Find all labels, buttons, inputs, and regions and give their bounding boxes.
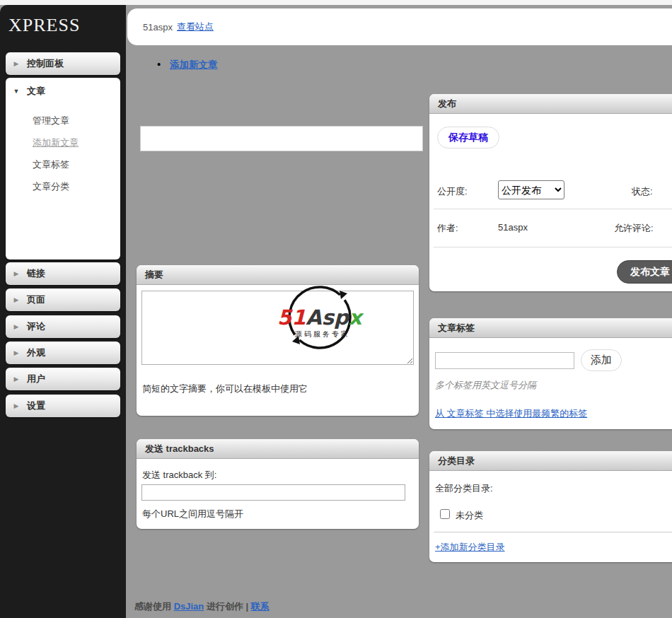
chevron-right-icon: ▶ xyxy=(6,270,27,277)
author-value: 51aspx xyxy=(498,222,528,233)
sidebar-subitem-post-tags[interactable]: 文章标签 xyxy=(33,158,79,171)
sidebar-item-label: 用户 xyxy=(27,373,45,385)
site-name: 51aspx xyxy=(143,22,173,33)
divider xyxy=(434,209,672,209)
sidebar-item-comments[interactable]: ▶ 评论 xyxy=(6,315,120,338)
visibility-label: 公开度: xyxy=(437,185,468,198)
breadcrumb: • 添加新文章 xyxy=(157,58,218,71)
view-site-link[interactable]: 查看站点 xyxy=(177,21,214,33)
publish-button[interactable]: 发布文章 xyxy=(617,260,672,284)
tags-panel-title: 文章标签 xyxy=(429,318,672,338)
sidebar-item-label: 控制面板 xyxy=(27,57,64,70)
categories-panel-title: 分类目录 xyxy=(429,451,672,471)
add-new-category-link[interactable]: +添加新分类目录 xyxy=(435,541,505,554)
chevron-right-icon: ▶ xyxy=(6,323,27,330)
posts-submenu: 管理文章 添加新文章 文章标签 文章分类 xyxy=(33,115,79,202)
divider xyxy=(434,247,672,247)
tags-help-text: 多个标签用英文逗号分隔 xyxy=(435,379,536,392)
footer-middle: 进行创作 | xyxy=(204,601,250,612)
footer-prefix: 感谢使用 xyxy=(134,601,174,612)
chevron-right-icon: ▶ xyxy=(6,349,27,356)
tags-panel: 文章标签 添加 多个标签用英文逗号分隔 从 文章标签 中选择使用最频繁的标签 xyxy=(429,318,672,429)
excerpt-panel: 摘要 51Aspx 源码服务专家 简短的文字摘要，你可以在模板中使用它 xyxy=(137,265,419,416)
allow-comments-label: 允许评论: xyxy=(614,222,654,235)
all-categories-label: 全部分类目录: xyxy=(435,482,493,495)
author-label: 作者: xyxy=(437,222,458,235)
trackbacks-panel-title: 发送 trackbacks xyxy=(137,439,419,459)
trackback-help-text: 每个URL之间用逗号隔开 xyxy=(142,508,243,520)
status-label: 状态: xyxy=(632,185,653,198)
dsjian-link[interactable]: DsJian xyxy=(174,601,204,612)
sidebar-item-pages[interactable]: ▶ 页面 xyxy=(6,288,120,311)
sidebar-item-users[interactable]: ▶ 用户 xyxy=(6,368,120,390)
chevron-right-icon: ▶ xyxy=(6,402,27,409)
tag-input[interactable] xyxy=(435,352,574,369)
sidebar-item-appearance[interactable]: ▶ 外观 xyxy=(6,342,120,364)
footer: 感谢使用 DsJian 进行创作 | 联系 xyxy=(134,600,270,613)
category-checkbox-uncategorized[interactable] xyxy=(440,509,450,519)
sidebar-item-links[interactable]: ▶ 链接 xyxy=(6,262,120,285)
sidebar-section-posts: ▼ 文章 管理文章 添加新文章 文章标签 文章分类 xyxy=(6,78,120,260)
divider xyxy=(434,532,672,532)
choose-frequent-tags-link[interactable]: 从 文章标签 中选择使用最频繁的标签 xyxy=(435,407,587,420)
sidebar-item-label: 链接 xyxy=(27,267,45,280)
sidebar-item-label: 设置 xyxy=(27,400,45,412)
chevron-down-icon: ▼ xyxy=(6,88,27,95)
sidebar-subitem-add-new-post[interactable]: 添加新文章 xyxy=(33,136,79,149)
sidebar-subitem-post-categories[interactable]: 文章分类 xyxy=(33,180,79,193)
publish-panel: 发布 保存草稿 公开度: 公开发布 状态: 作者: 51aspx 允许评论: 发… xyxy=(429,94,672,291)
add-new-post-link[interactable]: 添加新文章 xyxy=(170,59,218,70)
sidebar: XPRESS ▶ 控制面板 ▼ 文章 管理文章 添加新文章 文章标签 文章分类 … xyxy=(0,5,126,618)
category-item-label: 未分类 xyxy=(456,509,483,522)
sidebar-subitem-manage-posts[interactable]: 管理文章 xyxy=(33,115,79,127)
top-strip xyxy=(0,0,672,5)
sidebar-item-label: 文章 xyxy=(27,85,45,98)
excerpt-help-text: 简短的文字摘要，你可以在模板中使用它 xyxy=(142,383,308,395)
admin-screen: XPRESS ▶ 控制面板 ▼ 文章 管理文章 添加新文章 文章标签 文章分类 … xyxy=(0,0,672,618)
chevron-right-icon: ▶ xyxy=(6,375,27,383)
topbar: 51aspx 查看站点 xyxy=(127,8,672,45)
save-draft-button[interactable]: 保存草稿 xyxy=(437,127,499,148)
sidebar-item-dashboard[interactable]: ▶ 控制面板 xyxy=(6,52,120,75)
trackback-send-to-label: 发送 trackback 到: xyxy=(142,469,216,482)
categories-panel: 分类目录 全部分类目录: 未分类 +添加新分类目录 xyxy=(429,451,672,562)
sidebar-item-label: 页面 xyxy=(27,293,45,306)
sidebar-item-label: 评论 xyxy=(27,320,45,333)
chevron-right-icon: ▶ xyxy=(6,296,27,303)
add-tag-button[interactable]: 添加 xyxy=(581,349,622,371)
sidebar-item-posts[interactable]: ▼ 文章 xyxy=(6,78,120,102)
excerpt-textarea[interactable] xyxy=(141,291,414,365)
trackbacks-panel: 发送 trackbacks 发送 trackback 到: 每个URL之间用逗号… xyxy=(137,439,419,529)
post-title-input[interactable] xyxy=(140,126,423,151)
trackback-url-input[interactable] xyxy=(141,484,405,501)
chevron-right-icon: ▶ xyxy=(6,60,27,67)
visibility-select[interactable]: 公开发布 xyxy=(498,180,564,199)
excerpt-panel-title: 摘要 xyxy=(137,265,419,285)
sidebar-item-label: 外观 xyxy=(27,346,45,359)
bullet-icon: • xyxy=(157,58,161,70)
sidebar-item-settings[interactable]: ▶ 设置 xyxy=(6,395,120,417)
publish-panel-title: 发布 xyxy=(429,94,672,114)
app-logo: XPRESS xyxy=(8,15,80,36)
contact-link[interactable]: 联系 xyxy=(251,601,270,612)
